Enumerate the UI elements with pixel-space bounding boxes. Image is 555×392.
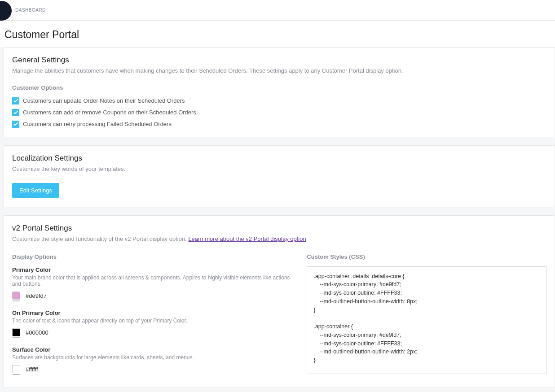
option-label: Customers can add or remove Coupons on t… xyxy=(23,109,196,116)
display-options-label: Display Options xyxy=(12,253,293,260)
on-primary-color-hex[interactable]: #000000 xyxy=(26,329,48,336)
localization-title: Localization Settings xyxy=(12,154,546,163)
custom-css-editor[interactable]: .app-container .details .details-core { … xyxy=(307,266,546,374)
option-label: Customers can update Order Notes on thei… xyxy=(23,97,185,104)
primary-color-hex[interactable]: #de9fd7 xyxy=(26,292,47,300)
option-label: Customers can retry processing Failed Sc… xyxy=(23,121,172,127)
v2-subtitle: Customize the style and functionality of… xyxy=(12,235,546,244)
general-settings-card: General Settings Manage the abilities th… xyxy=(4,47,555,137)
logo-icon xyxy=(0,1,12,21)
option-retry-failed[interactable]: Customers can retry processing Failed Sc… xyxy=(12,121,546,128)
surface-color-hex[interactable]: #ffffff xyxy=(26,366,38,373)
surface-color-desc: Surfaces are backgrounds for large eleme… xyxy=(12,354,293,361)
primary-color-label: Primary Color xyxy=(12,266,293,273)
page-title: Customer Portal xyxy=(0,21,555,47)
option-update-notes[interactable]: Customers can update Order Notes on thei… xyxy=(12,97,546,105)
localization-settings-card: Localization Settings Customize the key … xyxy=(4,145,555,208)
v2-title: v2 Portal Settings xyxy=(12,224,546,233)
option-coupons[interactable]: Customers can add or remove Coupons on t… xyxy=(12,109,546,116)
primary-color-desc: Your main brand color that is applied ac… xyxy=(12,274,293,287)
learn-more-link[interactable]: Learn more about the v2 Portal display o… xyxy=(188,235,306,242)
breadcrumb[interactable]: DASHBOARD xyxy=(15,8,46,13)
on-primary-color-label: On Primary Color xyxy=(12,309,293,316)
localization-subtitle: Customize the key words of your template… xyxy=(12,165,546,174)
surface-color-label: Surface Color xyxy=(12,346,293,353)
general-settings-subtitle: Manage the abilities that customers have… xyxy=(12,66,546,75)
edit-settings-button[interactable]: Edit Settings xyxy=(12,183,59,198)
checkbox-icon[interactable] xyxy=(12,109,19,116)
customer-options-label: Customer Options xyxy=(12,84,546,91)
surface-color-swatch[interactable] xyxy=(12,365,20,373)
v2-portal-settings-card: v2 Portal Settings Customize the style a… xyxy=(4,215,555,388)
custom-styles-label: Custom Styles (CSS) xyxy=(307,253,546,260)
on-primary-color-desc: The color of text & icons that appear di… xyxy=(12,318,293,324)
general-settings-title: General Settings xyxy=(12,56,546,65)
on-primary-color-swatch[interactable] xyxy=(12,328,20,336)
checkbox-icon[interactable] xyxy=(12,97,19,105)
v2-subtitle-text: Customize the style and functionality of… xyxy=(12,235,188,242)
top-bar: DASHBOARD xyxy=(0,0,555,21)
checkbox-icon[interactable] xyxy=(12,121,19,128)
primary-color-swatch[interactable] xyxy=(12,292,20,300)
